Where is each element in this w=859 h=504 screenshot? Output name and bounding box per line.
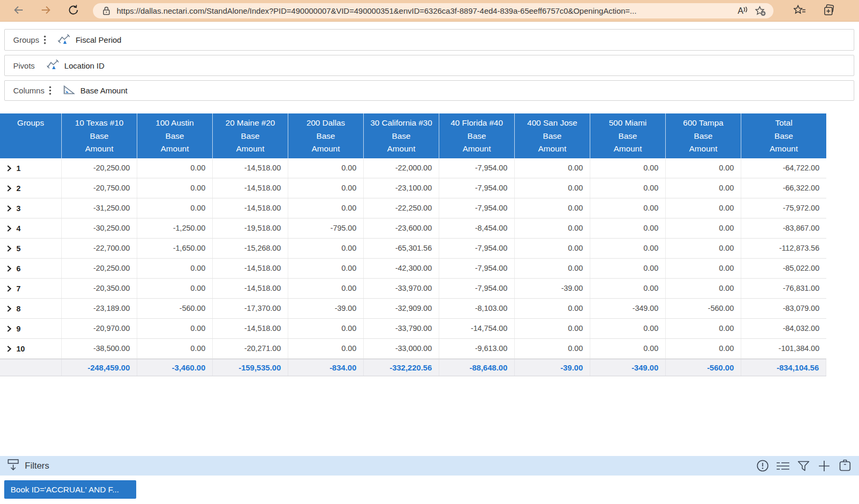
filter-rows-icon[interactable] — [7, 459, 19, 473]
amount-cell: 0.00 — [590, 259, 666, 278]
expand-chevron-icon[interactable] — [7, 286, 12, 292]
amount-cell: -83,867.00 — [741, 218, 826, 238]
filter-funnel-icon[interactable] — [797, 459, 810, 473]
expand-chevron-icon[interactable] — [7, 225, 12, 232]
row-expander-9[interactable]: 9 — [0, 319, 62, 338]
amount-cell: 0.00 — [288, 259, 364, 278]
expand-chevron-icon[interactable] — [7, 265, 12, 272]
table-header: Groups10 Texas #10BaseAmount100 AustinBa… — [0, 113, 826, 158]
row-expander-4[interactable]: 4 — [0, 218, 62, 238]
columns-menu-icon[interactable] — [49, 86, 51, 95]
column-header-500-miami[interactable]: 500 MiamiBaseAmount — [590, 113, 666, 158]
column-header-10-texas-10[interactable]: 10 Texas #10BaseAmount — [62, 113, 137, 158]
address-bar[interactable]: https://dallas.nectari.com/StandAlone/In… — [93, 3, 773, 18]
row-expander-10[interactable]: 10 — [0, 339, 62, 358]
column-header-600-tampa[interactable]: 600 TampaBaseAmount — [666, 113, 741, 158]
back-arrow-icon — [13, 4, 24, 18]
measure-trend-icon — [46, 59, 59, 72]
amount-cell: -7,954.00 — [439, 198, 515, 218]
table-row-9: 9-20,970.000.00-14,518.000.00-33,790.00-… — [0, 319, 826, 339]
amount-cell: 0.00 — [515, 178, 590, 198]
groups-field-fiscal-period[interactable]: Fiscal Period — [58, 34, 121, 46]
expand-chevron-icon[interactable] — [7, 185, 12, 192]
column-header-100-austin[interactable]: 100 AustinBaseAmount — [137, 113, 213, 158]
amount-cell: -9,613.00 — [439, 339, 515, 358]
back-button[interactable] — [12, 4, 25, 18]
amount-cell: -795.00 — [288, 218, 364, 238]
save-filter-icon[interactable] — [838, 459, 852, 473]
amount-cell: 0.00 — [515, 218, 590, 238]
amount-cell: -560.00 — [137, 299, 213, 318]
amount-cell: -7,954.00 — [439, 279, 515, 298]
columns-field-base-amount[interactable]: Base Amount — [63, 84, 127, 97]
column-header-20-maine-20[interactable]: 20 Maine #20BaseAmount — [213, 113, 288, 158]
table-row-1: 1-20,250.000.00-14,518.000.00-22,000.00-… — [0, 158, 826, 178]
collections-button[interactable] — [823, 5, 835, 17]
column-header-200-dallas[interactable]: 200 DallasBaseAmount — [288, 113, 364, 158]
amount-cell: -22,250.00 — [364, 198, 439, 218]
expand-chevron-icon[interactable] — [7, 326, 12, 332]
amount-cell: -76,831.00 — [741, 279, 826, 298]
amount-cell: 0.00 — [666, 339, 741, 358]
amount-cell: -349.00 — [590, 299, 666, 318]
expand-chevron-icon[interactable] — [7, 205, 12, 212]
amount-cell: -14,518.00 — [213, 279, 288, 298]
column-header-40-florida-40[interactable]: 40 Florida #40BaseAmount — [439, 113, 515, 158]
amount-cell: 0.00 — [590, 218, 666, 238]
amount-cell: -8,103.00 — [439, 299, 515, 318]
add-favorite-icon[interactable] — [755, 6, 766, 16]
groups-panel: Groups Fiscal Period — [4, 29, 854, 51]
refresh-button[interactable] — [67, 4, 80, 18]
expand-chevron-icon[interactable] — [7, 306, 12, 312]
collections-icon — [823, 4, 835, 18]
amount-cell: -20,350.00 — [62, 279, 137, 298]
amount-cell: 0.00 — [288, 339, 364, 358]
row-expander-8[interactable]: 8 — [0, 299, 62, 318]
column-header-400-san-jose[interactable]: 400 San JoseBaseAmount — [515, 113, 590, 158]
table-row-5: 5-22,700.00-1,650.00-15,268.000.00-65,30… — [0, 239, 826, 259]
filter-chip-book-id[interactable]: Book ID='ACCRUAL' AND F... — [4, 480, 136, 499]
summary-list-icon[interactable] — [776, 459, 790, 473]
row-expander-3[interactable]: 3 — [0, 198, 62, 218]
amount-cell: -39.00 — [288, 299, 364, 318]
amount-cell: -7,954.00 — [439, 259, 515, 278]
row-expander-5[interactable]: 5 — [0, 239, 62, 258]
forward-button[interactable] — [39, 4, 53, 18]
url-text[interactable]: https://dallas.nectari.com/StandAlone/In… — [117, 6, 730, 15]
amount-cell: -20,750.00 — [62, 178, 137, 198]
column-header-groups[interactable]: Groups — [0, 113, 62, 158]
amount-cell: 0.00 — [137, 259, 213, 278]
add-filter-icon[interactable] — [817, 459, 831, 473]
amount-cell: 0.00 — [288, 198, 364, 218]
site-lock-icon[interactable] — [102, 6, 110, 15]
groups-menu-icon[interactable] — [44, 35, 46, 44]
table-row-2: 2-20,750.000.00-14,518.000.00-23,100.00-… — [0, 178, 826, 198]
read-aloud-icon[interactable]: A — [738, 6, 748, 16]
amount-cell: -7,954.00 — [439, 178, 515, 198]
row-expander-6[interactable]: 6 — [0, 259, 62, 278]
row-expander-7[interactable]: 7 — [0, 279, 62, 298]
row-expander-2[interactable]: 2 — [0, 178, 62, 198]
expand-chevron-icon[interactable] — [7, 346, 12, 352]
table-total-row: -248,459.00-3,460.00-159,535.00-834.00-3… — [0, 359, 826, 376]
table-row-4: 4-30,250.00-1,250.00-19,518.00-795.00-23… — [0, 218, 826, 239]
amount-cell: 0.00 — [666, 279, 741, 298]
amount-cell: -560.00 — [666, 299, 741, 318]
alert-circle-icon[interactable] — [756, 459, 769, 473]
expand-chevron-icon[interactable] — [7, 165, 12, 172]
column-header-total[interactable]: TotalBaseAmount — [741, 113, 826, 158]
amount-cell: -20,970.00 — [62, 319, 137, 338]
favorites-bar-button[interactable] — [794, 5, 806, 17]
row-expander-1[interactable]: 1 — [0, 158, 62, 178]
amount-cell: 0.00 — [515, 299, 590, 318]
amount-cell: -33,970.00 — [364, 279, 439, 298]
amount-cell: -39.00 — [515, 279, 590, 298]
total-amount-cell: -834.00 — [288, 359, 364, 376]
amount-cell: -1,650.00 — [137, 239, 213, 258]
amount-cell: -83,079.00 — [741, 299, 826, 318]
pivots-field-location-id[interactable]: Location ID — [46, 59, 105, 72]
expand-chevron-icon[interactable] — [7, 245, 12, 252]
column-header-30-california-30[interactable]: 30 California #30BaseAmount — [364, 113, 439, 158]
amount-cell: -65,301.56 — [364, 239, 439, 258]
table-row-10: 10-38,500.000.00-20,271.000.00-33,000.00… — [0, 339, 826, 359]
